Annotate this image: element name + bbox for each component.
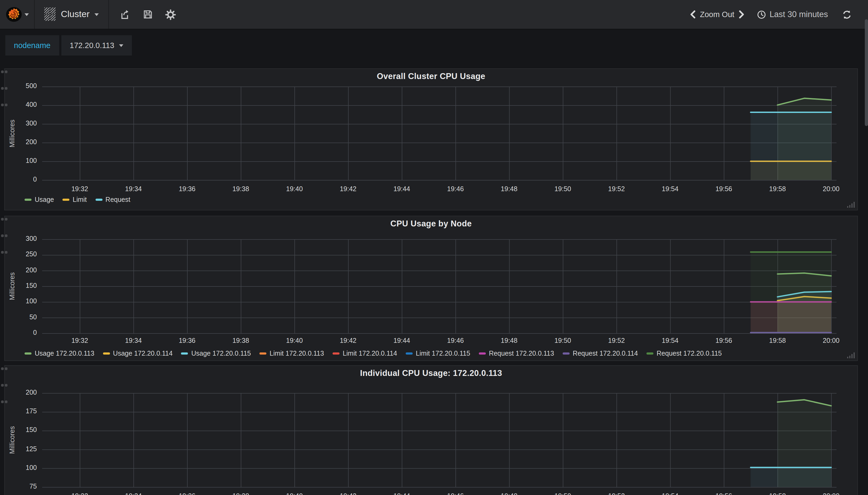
- panel-drag-handle[interactable]: [1, 218, 7, 254]
- legend-item-Usage 172.20.0.113[interactable]: Usage 172.20.0.113: [24, 350, 94, 357]
- page-scrollbar: [865, 0, 868, 495]
- x-tick-label: 19:32: [64, 337, 96, 344]
- y-tick-label: 75: [5, 483, 37, 490]
- legend-label: Usage 172.20.0.115: [191, 350, 251, 357]
- panel-individual-cpu-usage: Individual CPU Usage: 172.20.0.113 Milli…: [4, 365, 858, 495]
- legend-item-Request[interactable]: Request: [95, 196, 130, 203]
- legend-item-Request 172.20.0.114[interactable]: Request 172.20.0.114: [563, 350, 638, 357]
- grafana-logo-icon: [5, 6, 22, 22]
- dashboard-actions: [109, 0, 187, 29]
- chart-plot[interactable]: [5, 366, 857, 495]
- x-tick-label: 19:40: [278, 337, 310, 344]
- legend-label: Limit: [73, 196, 87, 203]
- settings-button[interactable]: [165, 9, 176, 20]
- legend-label: Request 172.20.0.114: [573, 350, 638, 357]
- legend-swatch: [406, 353, 413, 355]
- legend-item-Usage 172.20.0.115[interactable]: Usage 172.20.0.115: [181, 350, 251, 357]
- share-icon: [120, 9, 131, 20]
- y-tick-label: 100: [5, 464, 37, 472]
- time-forward-button[interactable]: [737, 10, 745, 19]
- legend-swatch: [24, 353, 32, 355]
- y-tick-label: 175: [5, 407, 37, 415]
- save-button[interactable]: [142, 9, 153, 20]
- x-tick-label: 19:54: [654, 337, 686, 344]
- x-tick-label: 19:42: [332, 492, 364, 495]
- legend-label: Usage 172.20.0.113: [35, 350, 94, 357]
- legend-item-Limit[interactable]: Limit: [63, 196, 87, 203]
- panel-drag-handle[interactable]: [1, 368, 7, 403]
- legend-label: Usage 172.20.0.114: [113, 350, 172, 357]
- caret-down-icon: [24, 13, 29, 16]
- panel-overall-cluster-cpu-usage: Overall Cluster CPU Usage Millicores 010…: [4, 68, 858, 210]
- dashboard-picker[interactable]: Cluster: [35, 0, 109, 29]
- time-back-button[interactable]: [689, 10, 697, 19]
- x-tick-label: 20:00: [815, 185, 847, 193]
- legend-item-Request 172.20.0.115[interactable]: Request 172.20.0.115: [646, 350, 722, 357]
- legend-label: Limit 172.20.0.114: [343, 350, 397, 357]
- y-tick-label: 400: [5, 101, 37, 108]
- legend-item-Limit 172.20.0.114[interactable]: Limit 172.20.0.114: [333, 350, 397, 357]
- x-tick-label: 19:56: [708, 185, 740, 193]
- x-tick-label: 19:36: [171, 492, 203, 495]
- refresh-icon: [842, 9, 852, 19]
- share-button[interactable]: [120, 9, 131, 20]
- y-tick-label: 150: [5, 282, 37, 289]
- x-tick-label: 19:42: [332, 185, 364, 193]
- legend-label: Request 172.20.0.115: [657, 350, 722, 357]
- zoom-out-button[interactable]: Zoom Out: [697, 8, 737, 21]
- legend-swatch: [479, 353, 486, 355]
- legend-swatch: [259, 353, 266, 355]
- legend-item-Limit 172.20.0.115[interactable]: Limit 172.20.0.115: [406, 350, 470, 357]
- save-icon: [142, 9, 153, 20]
- panel-drag-handle[interactable]: [1, 70, 7, 106]
- x-tick-label: 19:38: [225, 337, 257, 344]
- legend-label: Limit 172.20.0.113: [270, 350, 324, 357]
- x-tick-label: 19:44: [386, 492, 418, 495]
- chart-legend: UsageLimitRequest: [24, 196, 130, 203]
- x-tick-label: 19:52: [601, 185, 632, 193]
- x-tick-label: 19:38: [225, 492, 257, 495]
- refresh-button[interactable]: [842, 9, 852, 19]
- x-tick-label: 19:58: [762, 492, 794, 495]
- x-tick-label: 19:36: [171, 185, 203, 193]
- x-tick-label: 20:00: [815, 337, 847, 344]
- template-variables-row: nodename 172.20.0.113: [5, 35, 132, 55]
- x-tick-label: 19:56: [708, 337, 740, 344]
- scrollbar-thumb[interactable]: [865, 19, 868, 126]
- x-tick-label: 19:50: [546, 492, 579, 495]
- x-tick-label: 19:42: [332, 337, 364, 344]
- variable-value-dropdown[interactable]: 172.20.0.113: [61, 35, 132, 55]
- legend-swatch: [181, 353, 188, 355]
- series-area: [750, 252, 831, 333]
- x-tick-label: 19:48: [493, 185, 525, 193]
- gear-icon: [165, 9, 176, 20]
- x-tick-label: 19:34: [118, 492, 150, 495]
- series-area: [750, 113, 831, 180]
- legend-item-Request 172.20.0.113[interactable]: Request 172.20.0.113: [479, 350, 554, 357]
- x-tick-label: 19:48: [493, 337, 525, 344]
- x-tick-label: 19:54: [654, 185, 686, 193]
- grafana-main-menu[interactable]: [0, 0, 35, 29]
- x-tick-label: 19:44: [386, 185, 418, 193]
- x-tick-label: 19:46: [439, 185, 471, 193]
- time-range-picker[interactable]: Last 30 minutes: [757, 10, 828, 19]
- x-tick-label: 19:50: [546, 185, 579, 193]
- navbar: Cluster Zoom Out: [0, 0, 868, 29]
- legend-swatch: [95, 199, 102, 201]
- dashboard-grid-icon: [44, 7, 56, 21]
- y-tick-label: 250: [5, 251, 37, 258]
- legend-item-Usage 172.20.0.114[interactable]: Usage 172.20.0.114: [103, 350, 172, 357]
- legend-item-Usage[interactable]: Usage: [24, 196, 54, 203]
- x-tick-label: 19:46: [439, 492, 471, 495]
- series-area: [750, 467, 831, 487]
- y-tick-label: 0: [5, 176, 37, 183]
- x-tick-label: 19:50: [546, 337, 579, 344]
- legend-item-Limit 172.20.0.113[interactable]: Limit 172.20.0.113: [259, 350, 324, 357]
- x-tick-label: 19:40: [278, 185, 310, 193]
- dashboard-title: Cluster: [61, 9, 90, 20]
- x-tick-label: 19:58: [762, 337, 794, 344]
- x-tick-label: 19:52: [601, 492, 632, 495]
- x-tick-label: 19:52: [601, 337, 632, 344]
- panel-cpu-usage-by-node: CPU Usage by Node Millicores 05010015020…: [4, 216, 858, 361]
- variable-label-nodename: nodename: [5, 35, 59, 55]
